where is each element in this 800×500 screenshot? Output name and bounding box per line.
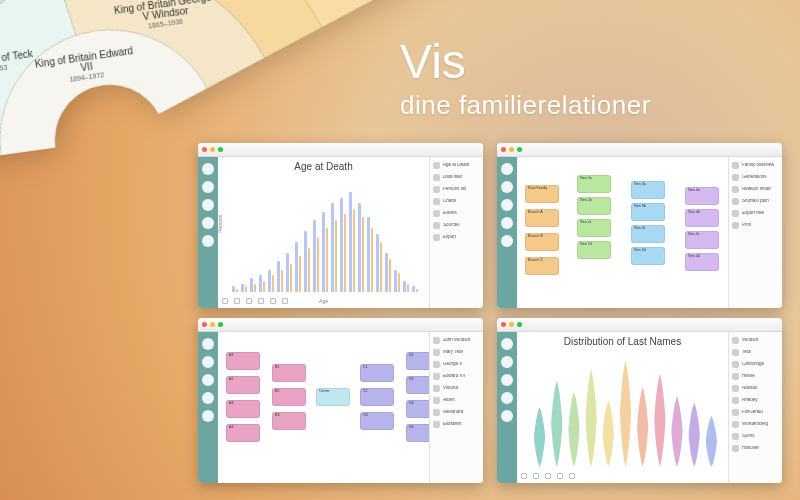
bar[interactable] bbox=[299, 256, 302, 292]
bar[interactable] bbox=[403, 281, 406, 292]
bar[interactable] bbox=[340, 198, 343, 292]
tree-node[interactable]: B1 bbox=[272, 364, 306, 382]
tool-button[interactable] bbox=[202, 338, 214, 350]
tool-button[interactable] bbox=[202, 410, 214, 422]
tree-node[interactable]: Gen 2c bbox=[577, 219, 611, 237]
tool-button[interactable] bbox=[501, 199, 513, 211]
tool-icon[interactable] bbox=[545, 473, 551, 479]
tree-node[interactable]: C1 bbox=[360, 364, 394, 382]
close-icon[interactable] bbox=[501, 147, 506, 152]
violin-shape[interactable] bbox=[653, 374, 667, 467]
tree-node[interactable]: D1 bbox=[406, 352, 429, 370]
list-item[interactable]: Export tree bbox=[732, 209, 779, 218]
list-item[interactable]: Events bbox=[433, 209, 480, 218]
bar[interactable] bbox=[349, 192, 352, 292]
bar[interactable] bbox=[286, 253, 289, 292]
tree-node[interactable]: Gen 2d bbox=[577, 241, 611, 259]
list-item[interactable]: Württemberg bbox=[732, 420, 779, 429]
list-item[interactable]: Generations bbox=[732, 173, 779, 182]
list-item[interactable]: Solms bbox=[732, 432, 779, 441]
tree-node[interactable]: Gen 3a bbox=[631, 181, 665, 199]
tool-icon[interactable] bbox=[569, 473, 575, 479]
violin-shape[interactable] bbox=[584, 369, 598, 467]
list-item[interactable]: Hanover bbox=[732, 444, 779, 453]
tool-icon[interactable] bbox=[557, 473, 563, 479]
tree-canvas[interactable]: Root FamilyBranch ABranch BBranch CGen 2… bbox=[517, 157, 728, 308]
bar[interactable] bbox=[263, 281, 266, 292]
tree-node[interactable]: Gen 3b bbox=[631, 203, 665, 221]
list-item[interactable]: Nassau bbox=[732, 384, 779, 393]
list-item[interactable]: Teck bbox=[732, 348, 779, 357]
bar[interactable] bbox=[412, 286, 415, 292]
list-item[interactable]: Windsor bbox=[732, 336, 779, 345]
bar[interactable] bbox=[281, 270, 284, 292]
tree-node[interactable]: A4 bbox=[226, 424, 260, 442]
list-item[interactable]: Rhédey bbox=[732, 396, 779, 405]
bar[interactable] bbox=[232, 286, 235, 292]
tool-button[interactable] bbox=[202, 356, 214, 368]
bar[interactable] bbox=[277, 261, 280, 292]
tool-icon[interactable] bbox=[222, 298, 228, 304]
tree-node[interactable]: D4 bbox=[406, 424, 429, 442]
bar[interactable] bbox=[268, 270, 271, 292]
bar[interactable] bbox=[259, 275, 262, 292]
list-item[interactable]: Data filter bbox=[433, 173, 480, 182]
tree-node[interactable]: Gen 4c bbox=[685, 231, 719, 249]
list-item[interactable]: Print bbox=[732, 221, 779, 230]
tree-node[interactable]: D2 bbox=[406, 376, 429, 394]
tool-button[interactable] bbox=[501, 410, 513, 422]
bar[interactable] bbox=[407, 284, 410, 292]
tree-node[interactable]: C2 bbox=[360, 388, 394, 406]
violin-shape[interactable] bbox=[704, 416, 718, 467]
list-item[interactable]: Alexandra bbox=[433, 408, 480, 417]
list-item[interactable]: Relation finder bbox=[732, 185, 779, 194]
zoom-icon[interactable] bbox=[517, 322, 522, 327]
violin-shape[interactable] bbox=[687, 403, 701, 467]
bar[interactable] bbox=[362, 217, 365, 292]
list-item[interactable]: Export bbox=[433, 233, 480, 242]
bar[interactable] bbox=[367, 217, 370, 292]
bar[interactable] bbox=[389, 259, 392, 292]
bar[interactable] bbox=[394, 270, 397, 292]
list-item[interactable]: Sources bbox=[433, 221, 480, 230]
tool-icon[interactable] bbox=[521, 473, 527, 479]
bar[interactable] bbox=[317, 237, 320, 293]
bar[interactable] bbox=[308, 248, 311, 292]
tree-node[interactable]: Branch C bbox=[525, 257, 559, 275]
tool-button[interactable] bbox=[202, 217, 214, 229]
bar[interactable] bbox=[245, 286, 248, 292]
bar[interactable] bbox=[295, 242, 298, 292]
tool-icon[interactable] bbox=[282, 298, 288, 304]
list-item[interactable]: George V bbox=[433, 360, 480, 369]
bar[interactable] bbox=[358, 203, 361, 292]
tree-node[interactable]: Gen 4d bbox=[685, 253, 719, 271]
tree-node[interactable]: Branch B bbox=[525, 233, 559, 251]
violin-shape[interactable] bbox=[567, 392, 581, 467]
tool-icon[interactable] bbox=[258, 298, 264, 304]
tool-icon[interactable] bbox=[246, 298, 252, 304]
bar[interactable] bbox=[344, 214, 347, 292]
list-item[interactable]: Albert bbox=[433, 396, 480, 405]
minimize-icon[interactable] bbox=[210, 147, 215, 152]
violin-shape[interactable] bbox=[636, 387, 650, 467]
tree-node[interactable]: Gen 4a bbox=[685, 187, 719, 205]
bar[interactable] bbox=[250, 278, 253, 292]
list-item[interactable]: John Windsor bbox=[433, 336, 480, 345]
bar[interactable] bbox=[376, 234, 379, 292]
list-item[interactable]: Shortest path bbox=[732, 197, 779, 206]
violin-shape[interactable] bbox=[601, 400, 615, 467]
list-item[interactable]: Elizabeth bbox=[433, 420, 480, 429]
minimize-icon[interactable] bbox=[509, 322, 514, 327]
tool-icon[interactable] bbox=[234, 298, 240, 304]
tool-button[interactable] bbox=[501, 181, 513, 193]
tree-node[interactable]: Gen 2a bbox=[577, 175, 611, 193]
tool-button[interactable] bbox=[501, 374, 513, 386]
bar[interactable] bbox=[326, 228, 329, 292]
bar[interactable] bbox=[371, 228, 374, 292]
bar[interactable] bbox=[241, 284, 244, 292]
tool-button[interactable] bbox=[501, 217, 513, 229]
tree-node[interactable]: A2 bbox=[226, 376, 260, 394]
list-item[interactable]: Charts bbox=[433, 197, 480, 206]
tool-button[interactable] bbox=[501, 392, 513, 404]
tree-node[interactable]: Gen 3c bbox=[631, 225, 665, 243]
